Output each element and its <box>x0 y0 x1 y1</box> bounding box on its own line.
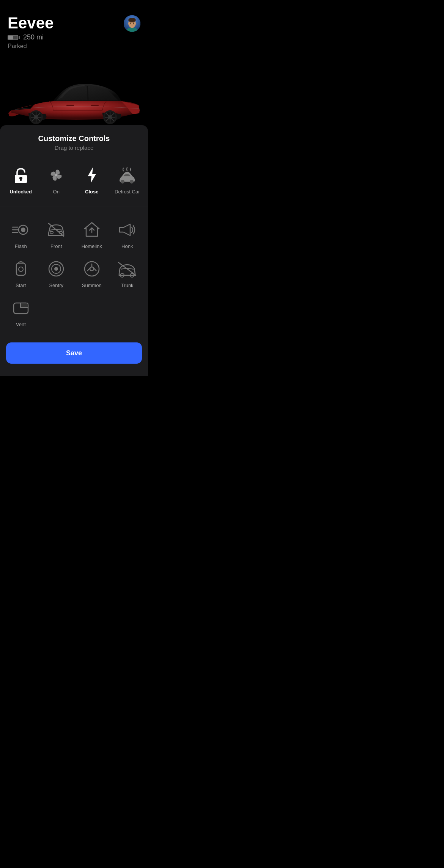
vent-icon <box>10 297 31 319</box>
battery-row: 250 mi <box>8 33 54 41</box>
car-name-section: Eevee 250 mi Parked <box>8 15 54 50</box>
svg-point-32 <box>130 180 134 184</box>
save-button[interactable]: Save <box>6 342 142 364</box>
svg-line-10 <box>87 86 88 100</box>
sentry-icon <box>46 258 67 279</box>
svg-point-31 <box>121 180 124 184</box>
control-trunk[interactable]: Trunk <box>110 254 145 293</box>
control-front[interactable]: Front <box>39 215 74 254</box>
car-image-area <box>0 63 148 125</box>
sheet-subtitle: Drag to replace <box>0 144 148 151</box>
start-icon <box>10 258 31 279</box>
control-summon-label: Summon <box>82 283 102 288</box>
flash-icon <box>10 219 31 240</box>
trunk-icon <box>117 258 138 279</box>
battery-icon <box>8 35 20 40</box>
defrost-car-icon <box>117 165 138 186</box>
additional-controls-grid: Flash Front <box>0 207 148 332</box>
control-close[interactable]: Close <box>74 162 110 198</box>
sheet-title: Customize Controls <box>0 134 148 143</box>
control-start-label: Start <box>16 283 26 288</box>
control-trunk-label: Trunk <box>121 283 134 288</box>
car-status: Parked <box>8 43 54 50</box>
save-btn-container: Save <box>0 335 148 376</box>
control-sentry[interactable]: Sentry <box>39 254 74 293</box>
svg-point-30 <box>55 174 57 176</box>
svg-rect-26 <box>91 105 99 106</box>
svg-rect-29 <box>20 178 22 181</box>
control-flash-label: Flash <box>15 243 27 249</box>
svg-rect-25 <box>66 105 74 106</box>
car-name: Eevee <box>8 15 54 31</box>
fan-on-icon <box>46 165 67 186</box>
active-controls-grid: Unlocked On <box>0 162 148 207</box>
control-start[interactable]: Start <box>3 254 39 293</box>
svg-rect-38 <box>50 232 53 233</box>
honk-icon <box>117 219 138 240</box>
svg-point-8 <box>133 23 134 24</box>
svg-point-37 <box>21 228 25 232</box>
control-unlocked[interactable]: Unlocked <box>3 162 39 198</box>
control-homelink[interactable]: Homelink <box>74 215 110 254</box>
control-defrost[interactable]: Defrost Car <box>110 162 145 198</box>
mileage: 250 mi <box>23 33 44 41</box>
control-front-label: Front <box>50 243 62 249</box>
unlocked-icon <box>10 165 31 186</box>
front-icon <box>46 219 67 240</box>
bottom-sheet: Customize Controls Drag to replace Unloc… <box>0 125 148 376</box>
control-vent-label: Vent <box>16 322 26 327</box>
close-icon <box>81 165 102 186</box>
control-flash[interactable]: Flash <box>3 215 39 254</box>
svg-point-6 <box>129 18 135 22</box>
summon-icon <box>81 258 102 279</box>
avatar[interactable] <box>124 15 140 32</box>
control-fan-on-label: On <box>53 189 60 195</box>
control-honk-label: Honk <box>121 243 133 249</box>
control-vent[interactable]: Vent <box>3 293 39 332</box>
control-sentry-label: Sentry <box>49 283 63 288</box>
control-summon[interactable]: Summon <box>74 254 110 293</box>
svg-point-7 <box>130 23 131 24</box>
control-homelink-label: Homelink <box>82 243 102 249</box>
control-close-label: Close <box>85 189 98 195</box>
control-honk[interactable]: Honk <box>110 215 145 254</box>
header: Eevee 250 mi Parked <box>0 0 148 63</box>
control-fan-on[interactable]: On <box>39 162 74 198</box>
svg-rect-42 <box>16 263 25 275</box>
svg-point-43 <box>19 267 23 272</box>
homelink-icon <box>81 219 102 240</box>
control-unlocked-label: Unlocked <box>9 189 32 195</box>
svg-point-46 <box>54 267 58 271</box>
control-defrost-label: Defrost Car <box>115 189 140 195</box>
